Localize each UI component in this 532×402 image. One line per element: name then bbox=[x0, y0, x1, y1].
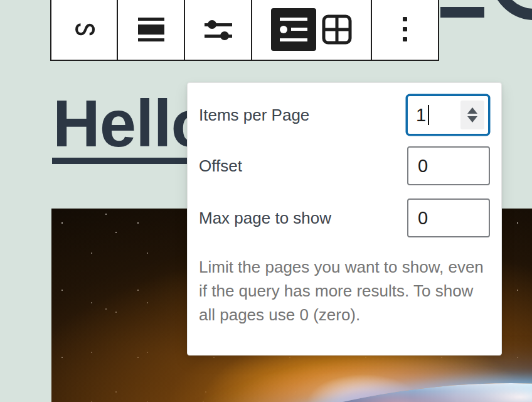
items-per-page-input[interactable]: 1 bbox=[406, 94, 490, 136]
clipped-letter-arc bbox=[491, 0, 532, 20]
grid-view-button[interactable] bbox=[321, 14, 353, 45]
clipped-letter-bar bbox=[440, 7, 484, 18]
stepper-down-icon[interactable] bbox=[467, 116, 477, 122]
list-view-button[interactable] bbox=[271, 8, 316, 51]
display-settings-popover: Items per Page 1 Offset 0 Max page to sh… bbox=[187, 82, 502, 356]
items-per-page-label: Items per Page bbox=[199, 106, 309, 125]
align-icon bbox=[138, 17, 164, 42]
more-vertical-icon bbox=[403, 17, 407, 41]
loop-icon bbox=[72, 18, 96, 41]
max-page-help-text: Limit the pages you want to show, even i… bbox=[199, 255, 491, 327]
offset-input[interactable]: 0 bbox=[407, 146, 490, 185]
grid-icon bbox=[321, 14, 353, 45]
block-toolbar bbox=[50, 0, 439, 61]
offset-label: Offset bbox=[199, 156, 242, 176]
align-button[interactable] bbox=[138, 17, 164, 42]
offset-value: 0 bbox=[418, 156, 428, 177]
query-loop-block-button[interactable] bbox=[72, 18, 96, 41]
list-view-icon bbox=[280, 18, 307, 41]
items-per-page-value: 1 bbox=[416, 105, 426, 126]
max-page-label: Max page to show bbox=[199, 209, 331, 228]
editor-canvas: Hello bbox=[0, 0, 532, 402]
options-button[interactable] bbox=[403, 17, 407, 41]
settings-sliders-icon bbox=[205, 14, 232, 45]
page-title-underline bbox=[52, 158, 205, 164]
number-stepper[interactable] bbox=[460, 100, 484, 129]
text-cursor bbox=[428, 105, 429, 125]
max-page-value: 0 bbox=[418, 208, 428, 229]
stepper-up-icon[interactable] bbox=[467, 107, 477, 114]
display-settings-button[interactable] bbox=[205, 14, 232, 45]
max-page-input[interactable]: 0 bbox=[407, 198, 490, 237]
